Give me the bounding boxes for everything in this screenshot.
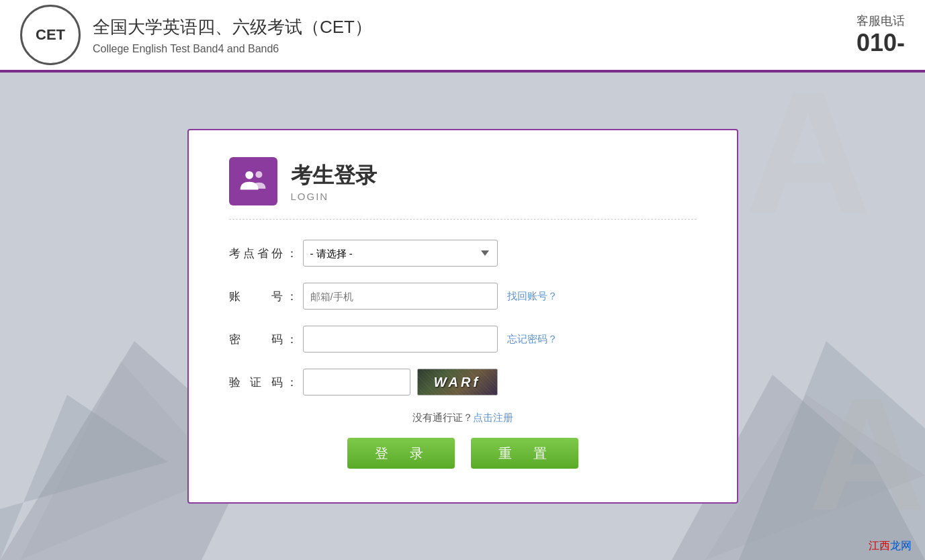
province-row: 考点省份 - 请选择 -北京上海天津重庆河北山西辽宁吉林黑龙江江苏浙江安徽福建江… — [229, 240, 697, 267]
login-title-en: LOGIN — [291, 191, 377, 202]
register-link[interactable]: 点击注册 — [473, 412, 513, 423]
login-title-cn: 考生登录 — [291, 161, 377, 191]
bg-letter-a1: A — [745, 52, 871, 253]
captcha-row: 验 证 码 WARf — [229, 369, 697, 395]
forget-password-link[interactable]: 忘记密码？ — [507, 333, 558, 346]
watermark-part2: 龙网 — [890, 540, 912, 551]
captcha-row-inner: WARf — [303, 369, 498, 395]
header-title-cn: 全国大学英语四、六级考试（CET） — [93, 15, 372, 39]
users-icon — [239, 167, 267, 195]
header-left: CET 全国大学英语四、六级考试（CET） College English Te… — [20, 5, 372, 65]
password-row: 密 码 忘记密码？ — [229, 326, 697, 353]
header: CET 全国大学英语四、六级考试（CET） College English Te… — [0, 0, 925, 73]
svg-marker-5 — [705, 395, 925, 560]
cet-logo: CET — [20, 5, 81, 65]
svg-point-6 — [245, 171, 253, 179]
login-card: 考生登录 LOGIN 考点省份 - 请选择 -北京上海天津重庆河北山西辽宁吉林黑… — [187, 129, 738, 504]
account-row: 账 号 找回账号？ — [229, 283, 697, 310]
login-header: 考生登录 LOGIN — [229, 157, 697, 205]
captcha-image[interactable]: WARf — [417, 369, 498, 395]
svg-point-7 — [255, 171, 262, 178]
bottom-watermark: 江西龙网 — [869, 539, 912, 553]
header-phone-label: 客服电话 — [856, 13, 905, 29]
login-title-block: 考生登录 LOGIN — [291, 161, 377, 202]
watermark-part1: 江西 — [869, 540, 890, 551]
account-label: 账 号 — [229, 289, 303, 304]
password-label: 密 码 — [229, 332, 303, 347]
password-input[interactable] — [303, 326, 498, 353]
reset-button[interactable]: 重 置 — [471, 438, 578, 469]
main-content: A A 考生登录 LOGIN 考点省份 - 请 — [0, 73, 925, 560]
account-input[interactable] — [303, 283, 498, 310]
header-phone-number: 010- — [856, 29, 905, 57]
form-divider — [229, 219, 697, 220]
header-right: 客服电话 010- — [856, 13, 905, 57]
province-label: 考点省份 — [229, 246, 303, 261]
login-button[interactable]: 登 录 — [347, 438, 455, 469]
svg-marker-1 — [0, 395, 168, 560]
captcha-label: 验 证 码 — [229, 375, 303, 390]
no-account-text: 没有通行证？ — [412, 412, 473, 423]
province-select[interactable]: - 请选择 -北京上海天津重庆河北山西辽宁吉林黑龙江江苏浙江安徽福建江西山东河南… — [303, 240, 498, 267]
bg-letter-a2: A — [809, 361, 925, 547]
svg-marker-4 — [739, 341, 925, 560]
button-row: 登 录 重 置 — [229, 438, 697, 469]
captcha-input[interactable] — [303, 369, 410, 395]
no-account-row: 没有通行证？点击注册 — [229, 412, 697, 424]
login-icon-box — [229, 157, 277, 205]
header-title-en: College English Test Band4 and Band6 — [93, 43, 372, 55]
find-account-link[interactable]: 找回账号？ — [507, 290, 558, 303]
header-text-block: 全国大学英语四、六级考试（CET） College English Test B… — [93, 15, 372, 55]
